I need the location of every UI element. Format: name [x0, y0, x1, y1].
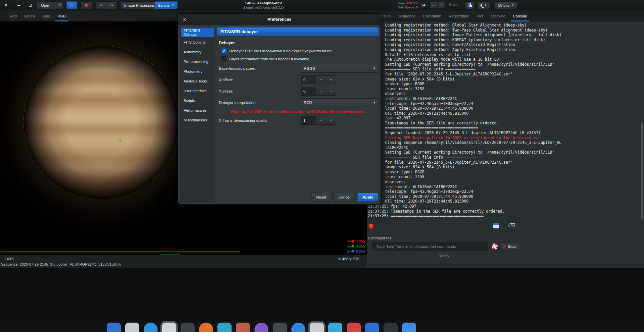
bayer-header-checkbox[interactable] [221, 56, 227, 61]
tab-console[interactable]: Console [509, 10, 531, 21]
sequence-info: Sequence: 2020-07-29-2145_3-L-Jupiter_AL… [1, 262, 121, 266]
console-line: Timestamps in the SER file are correctly… [368, 121, 632, 126]
dock-app-icon-7[interactable] [217, 323, 232, 332]
interpolation-dropdown[interactable]: RCD ▼ [301, 98, 379, 107]
tab-green[interactable]: Green [20, 10, 39, 21]
dock-app-icon-2[interactable] [125, 323, 139, 332]
display-mode-button[interactable]: ▼ [477, 1, 490, 9]
dock-app-icon-11[interactable] [291, 323, 305, 332]
dock-app-icon-5[interactable] [181, 323, 195, 332]
prefs-sidebar-item-user-interface[interactable]: User Interface [181, 86, 214, 96]
dock-app-icon-14[interactable] [347, 323, 361, 332]
header-value-input[interactable]: 24 [418, 2, 428, 9]
image-processing-label: Image Processing [124, 3, 155, 7]
tab-plot[interactable]: Plot [473, 10, 487, 21]
redo-button[interactable]: ↷ [106, 1, 117, 9]
bayer-pattern-label: Bayer/mosaic pattern: [219, 66, 256, 70]
scripts-menu-button[interactable]: Scripts ▼ [154, 1, 178, 9]
y-offset-spinner[interactable]: 0 − + [301, 87, 336, 96]
dock-app-icon-13[interactable] [328, 323, 342, 332]
home-cwd-button[interactable]: ⌂ [66, 1, 77, 9]
window-close-icon[interactable]: ✕ [4, 0, 8, 10]
bayer-pattern-dropdown[interactable]: RGGB ▼ [301, 64, 379, 73]
dock-app-icon-3[interactable] [144, 323, 158, 332]
bit-depth-dropdown[interactable]: 16 bits ▼ [495, 1, 517, 9]
help-lifebuoy-icon[interactable] [492, 243, 498, 250]
dock-app-icon-10[interactable] [273, 323, 287, 332]
dock-app-icon-4[interactable] [162, 323, 176, 332]
tab-rgb[interactable]: RGB [54, 10, 69, 21]
console-line: Loading registration method: Image Patte… [368, 33, 632, 38]
dock-app-icon-8[interactable] [236, 323, 250, 332]
prefs-sidebar-item-analysis-tools[interactable]: Analysis Tools [181, 76, 214, 86]
console-line: UTC time: 2020-07-29T21:44:45.815000 [368, 199, 632, 204]
dock-app-icon-17[interactable] [402, 323, 416, 332]
dock-icon-list [107, 323, 416, 332]
zoom-level[interactable]: 140% [5, 257, 14, 261]
dock-app-icon-9[interactable] [254, 323, 268, 332]
apply-button[interactable]: Apply [357, 193, 378, 202]
console-scrollbar[interactable] [641, 122, 643, 219]
prefs-sidebar-item-photometry[interactable]: Photometry [181, 66, 214, 76]
prefs-sidebar-item-fits-ser-debayer[interactable]: FITS/SER Debayer [181, 27, 214, 37]
console-line: for file '2020-07-29-2145_3-L-Jupiter_AL… [368, 160, 632, 165]
snapshot-button[interactable] [81, 1, 92, 9]
console-line: frame count: 3158 [368, 174, 632, 179]
export-log-icon[interactable] [493, 223, 499, 228]
window-maximize-icon[interactable] [29, 0, 32, 10]
prefs-sidebar-item-performances[interactable]: Performances [181, 105, 214, 115]
dock-app-icon-16[interactable] [384, 323, 398, 332]
save-as-button[interactable] [465, 1, 475, 9]
tab-stacking[interactable]: Stacking [487, 10, 509, 21]
monitor-icon [481, 4, 482, 7]
console-line: Loading registration method: Two-Pass Gl… [368, 28, 632, 33]
dock-app-icon-12[interactable] [310, 323, 324, 332]
dock-app-icon-1[interactable] [107, 323, 121, 332]
readout-blue: B=0.005% [347, 249, 365, 254]
decrement-button[interactable]: − [430, 2, 437, 9]
console-line: TAIRGP224C [368, 145, 632, 150]
console-line: UTC time: 2020-07-29T21:44:45.815000 [368, 111, 632, 116]
console-timestamp: 21:37:25: [368, 204, 389, 209]
increment-button[interactable]: + [438, 2, 446, 9]
save-button[interactable]: Save [449, 3, 458, 7]
prefs-sidebar-item-astrometry[interactable]: Astrometry [181, 47, 214, 57]
stop-button[interactable]: ✕ Stop [499, 242, 519, 251]
console-line: sensor type: RGGB [368, 81, 632, 87]
undo-button[interactable]: ↶ [96, 1, 106, 9]
console-line: instrument: ALTAIR=ALTAIRGP224C [368, 184, 632, 189]
open-button[interactable]: Open [36, 1, 55, 9]
command-input[interactable] [373, 242, 488, 251]
cancel-button[interactable]: Cancel [333, 193, 355, 202]
clear-console-icon[interactable]: ⌫ [508, 222, 515, 228]
increment-icon[interactable]: + [326, 116, 336, 124]
preferences-content: FITS/SER debayer Debayer Debayer FITS fi… [217, 27, 379, 202]
increment-icon[interactable]: + [326, 76, 336, 84]
window-minimize-icon[interactable] [17, 0, 20, 10]
open-recent-dropdown[interactable]: ▼ [55, 1, 63, 9]
console-line: =========== SER file info ============= [368, 67, 632, 72]
dock-app-icon-15[interactable] [365, 323, 379, 332]
x-offset-spinner[interactable]: 0 − + [301, 75, 336, 84]
prefs-sidebar-item-fits-options[interactable]: FITS Options [181, 37, 214, 47]
topdown-checkbox[interactable] [221, 48, 227, 53]
prefs-sidebar-item-pre-processing[interactable]: Pre-processing [181, 57, 214, 66]
decrement-icon[interactable]: − [316, 87, 326, 95]
decrement-icon[interactable]: − [316, 76, 326, 84]
console-line: Closing sequence /home/cyril/Vidéos/siri… [368, 140, 632, 145]
reset-button[interactable]: Reset [311, 193, 331, 202]
tab-calibration[interactable]: Calibration [419, 10, 445, 21]
tab-red[interactable]: Red [6, 10, 20, 21]
console-line: 21:37:25:===============================… [368, 214, 632, 219]
prefs-sidebar-item-scripts[interactable]: Scripts [181, 96, 214, 105]
tab-sequence[interactable]: Sequence [394, 10, 419, 21]
disk-label: Disk Space: [398, 5, 415, 9]
increment-icon[interactable]: + [326, 87, 336, 95]
prefs-sidebar-item-miscellaneous[interactable]: Miscellaneous [181, 115, 214, 125]
xtrans-spinner[interactable]: 1 − + [301, 116, 336, 125]
tab-registration[interactable]: Registration [445, 10, 473, 21]
tab-blue[interactable]: Blue [39, 10, 54, 21]
console-log: Loading registration method: Global Star… [367, 23, 632, 220]
dock-app-icon-6[interactable] [199, 323, 213, 332]
decrement-icon[interactable]: − [316, 116, 326, 124]
